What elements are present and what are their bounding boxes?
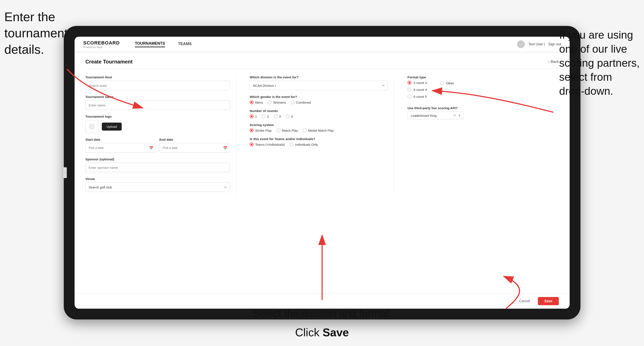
round-2-radio[interactable] bbox=[262, 114, 266, 118]
logo-group: Tournament logo Upload bbox=[86, 115, 230, 133]
format-6count5[interactable]: 6 count 5 bbox=[408, 95, 427, 98]
scoring-tag-expand[interactable]: ▾ bbox=[458, 113, 460, 118]
scoring-tag-value: Leaderboard King bbox=[411, 114, 436, 117]
annotation-select-division: Select the division and format. bbox=[252, 307, 392, 320]
rounds-group: Number of rounds 1 2 bbox=[250, 109, 388, 118]
save-button[interactable]: Save bbox=[538, 297, 559, 305]
round-4[interactable]: 4 bbox=[286, 114, 293, 118]
scoring-stroke[interactable]: Stroke Play bbox=[250, 128, 272, 132]
scoring-medal[interactable]: Medal Match Play bbox=[303, 128, 334, 132]
round-3-radio[interactable] bbox=[274, 114, 278, 118]
format-other-radio[interactable] bbox=[440, 81, 444, 85]
sponsor-input[interactable] bbox=[86, 163, 230, 172]
scoring-match-label: Match Play bbox=[282, 129, 298, 132]
start-date-input[interactable] bbox=[86, 143, 156, 153]
gender-mens-radio[interactable] bbox=[250, 100, 254, 104]
nav-teams[interactable]: TEAMS bbox=[178, 42, 192, 47]
navbar: SCOREBOARD Powered by clippit TOURNAMENT… bbox=[74, 37, 570, 52]
gender-combined-radio[interactable] bbox=[291, 100, 295, 104]
name-group: Tournament name bbox=[86, 95, 230, 110]
teams-individuals[interactable]: Individuals Only bbox=[290, 143, 318, 146]
logo-placeholder bbox=[86, 120, 98, 133]
page-header: Create Tournament ‹ Back bbox=[86, 59, 559, 69]
teams-plus-label: Teams (+Individuals) bbox=[255, 143, 285, 146]
division-group: Which division is the event for? NCAA Di… bbox=[250, 75, 388, 90]
division-label: Which division is the event for? bbox=[250, 75, 388, 79]
format-main-options: 5 count 4 6 count 4 6 count 5 bbox=[408, 81, 427, 101]
format-6count4-radio[interactable] bbox=[408, 88, 412, 92]
brand: SCOREBOARD Powered by clippit bbox=[83, 40, 120, 48]
gender-label: Which gender is the event for? bbox=[250, 95, 388, 99]
teams-plus-radio[interactable] bbox=[250, 143, 254, 146]
upload-button[interactable]: Upload bbox=[102, 123, 122, 131]
gender-combined[interactable]: Combined bbox=[291, 100, 311, 104]
scoring-stroke-radio[interactable] bbox=[250, 128, 254, 132]
form-grid: Tournament Host Tournament name Tourname… bbox=[86, 75, 559, 197]
scoring-match-radio[interactable] bbox=[276, 128, 280, 132]
gender-radio-group: Mens Womens Combined bbox=[250, 100, 388, 104]
format-other[interactable]: Other bbox=[440, 81, 454, 85]
back-link[interactable]: ‹ Back bbox=[548, 60, 559, 64]
end-label: End date bbox=[160, 138, 230, 141]
host-label: Tournament Host bbox=[86, 75, 230, 79]
annotation-bottom-center: Click Save bbox=[295, 326, 349, 340]
teams-group: Is this event for Teams and/or Individua… bbox=[250, 137, 388, 146]
scoring-medal-radio[interactable] bbox=[303, 128, 306, 132]
end-date-input[interactable] bbox=[160, 143, 230, 153]
round-2[interactable]: 2 bbox=[262, 114, 269, 118]
gender-mens[interactable]: Mens bbox=[250, 100, 263, 104]
round-1-radio[interactable] bbox=[250, 114, 254, 118]
form-col-2: Which division is the event for? NCAA Di… bbox=[243, 75, 394, 197]
teams-label: Is this event for Teams and/or Individua… bbox=[250, 137, 388, 141]
format-5count4-label: 5 count 4 bbox=[414, 81, 427, 85]
brand-name: SCOREBOARD bbox=[83, 40, 120, 46]
sponsor-label: Sponsor (optional) bbox=[86, 157, 230, 161]
format-other-option: Other bbox=[440, 81, 454, 101]
page-container: Create Tournament ‹ Back Tournament Host… bbox=[74, 52, 570, 293]
venue-group: Venue Search golf club bbox=[86, 177, 230, 192]
start-label: Start date bbox=[86, 138, 156, 141]
format-5count4-radio[interactable] bbox=[408, 81, 412, 85]
start-date-wrap: 📅 bbox=[86, 143, 156, 153]
page-title: Create Tournament bbox=[86, 59, 132, 65]
format-6count4[interactable]: 6 count 4 bbox=[408, 88, 427, 92]
footer-bar: Cancel Save bbox=[74, 293, 570, 309]
gender-womens-radio[interactable] bbox=[268, 100, 272, 104]
rounds-radio-group: 1 2 3 bbox=[250, 114, 388, 118]
teams-individuals-label: Individuals Only bbox=[295, 143, 318, 146]
round-2-label: 2 bbox=[267, 115, 269, 118]
scoring-tag-remove[interactable]: ✕ bbox=[453, 113, 456, 118]
format-6count5-radio[interactable] bbox=[408, 95, 412, 98]
annotation-top-right: If you are usingone of our livescoring p… bbox=[559, 28, 640, 98]
host-input[interactable] bbox=[86, 81, 230, 90]
form-col-1: Tournament Host Tournament name Tourname… bbox=[86, 75, 237, 197]
round-4-radio[interactable] bbox=[286, 114, 290, 118]
live-scoring-label: Use third-party live scoring API? bbox=[408, 106, 552, 110]
format-5count4[interactable]: 5 count 4 bbox=[408, 81, 427, 85]
nav-tournaments[interactable]: TOURNAMENTS bbox=[135, 41, 165, 47]
cancel-button[interactable]: Cancel bbox=[515, 297, 534, 305]
avatar bbox=[517, 40, 525, 48]
teams-radio-group: Teams (+Individuals) Individuals Only bbox=[250, 143, 388, 146]
teams-individuals-radio[interactable] bbox=[290, 143, 294, 146]
venue-select[interactable]: Search golf club bbox=[86, 182, 230, 192]
round-1[interactable]: 1 bbox=[250, 114, 257, 118]
svg-point-1 bbox=[91, 125, 92, 126]
gender-womens-label: Womens bbox=[273, 101, 286, 104]
scoring-group: Scoring system Stroke Play Match Play bbox=[250, 123, 388, 132]
scoring-match[interactable]: Match Play bbox=[276, 128, 298, 132]
format-group: Format type 5 count 4 6 count bbox=[408, 75, 552, 101]
rounds-label: Number of rounds bbox=[250, 109, 388, 113]
brand-sub: Powered by clippit bbox=[83, 46, 120, 48]
division-select[interactable]: NCAA Division I bbox=[250, 81, 388, 90]
live-scoring-group: Use third-party live scoring API? Leader… bbox=[408, 106, 552, 119]
main-content: Create Tournament ‹ Back Tournament Host… bbox=[74, 52, 570, 293]
name-input[interactable] bbox=[86, 100, 230, 110]
scoring-medal-label: Medal Match Play bbox=[308, 129, 334, 132]
teams-plus[interactable]: Teams (+Individuals) bbox=[250, 143, 285, 146]
gender-womens[interactable]: Womens bbox=[268, 100, 286, 104]
annotation-bottom-prefix: Click bbox=[295, 326, 322, 339]
round-3[interactable]: 3 bbox=[274, 114, 281, 118]
tablet-screen: SCOREBOARD Powered by clippit TOURNAMENT… bbox=[74, 37, 570, 309]
tablet-frame: SCOREBOARD Powered by clippit TOURNAMENT… bbox=[64, 26, 580, 320]
